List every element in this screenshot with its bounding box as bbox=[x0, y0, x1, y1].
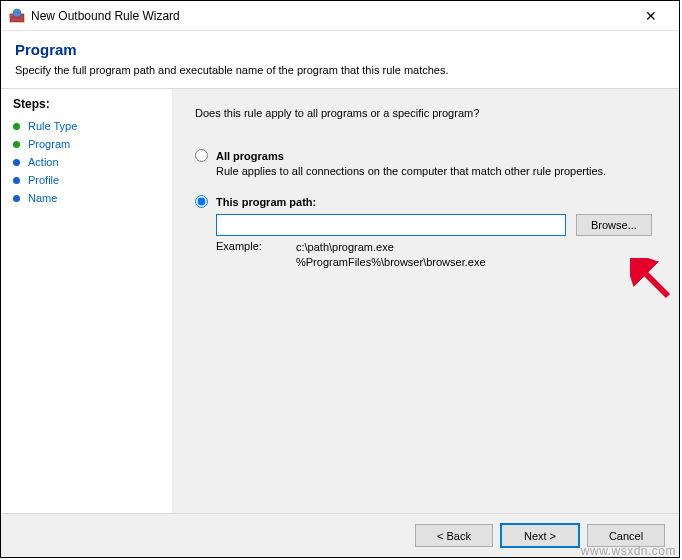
sidebar-item-label: Rule Type bbox=[28, 120, 77, 132]
example-row: Example: c:\path\program.exe %ProgramFil… bbox=[216, 240, 657, 270]
firewall-icon bbox=[9, 8, 25, 24]
sidebar-item-label: Name bbox=[28, 192, 57, 204]
path-row: Browse... bbox=[216, 214, 657, 236]
wizard-window: New Outbound Rule Wizard ✕ Program Speci… bbox=[0, 0, 680, 558]
body: Steps: Rule Type Program Action Profile … bbox=[1, 89, 679, 513]
radio-all-programs-row[interactable]: All programs bbox=[195, 149, 657, 162]
footer: < Back Next > Cancel bbox=[1, 513, 679, 557]
sidebar-item-label: Program bbox=[28, 138, 70, 150]
radio-this-program-path[interactable] bbox=[195, 195, 208, 208]
example-line-1: c:\path\program.exe bbox=[296, 241, 394, 253]
option-label: This program path: bbox=[216, 196, 316, 208]
back-button[interactable]: < Back bbox=[415, 524, 493, 547]
radio-this-path-row[interactable]: This program path: bbox=[195, 195, 657, 208]
bullet-icon bbox=[13, 159, 20, 166]
bullet-icon bbox=[13, 195, 20, 202]
main-panel: Does this rule apply to all programs or … bbox=[173, 89, 679, 513]
option-description: Rule applies to all connections on the c… bbox=[216, 165, 657, 177]
option-label: All programs bbox=[216, 150, 284, 162]
question-text: Does this rule apply to all programs or … bbox=[195, 107, 657, 119]
sidebar: Steps: Rule Type Program Action Profile … bbox=[1, 89, 173, 513]
header: Program Specify the full program path an… bbox=[1, 31, 679, 89]
steps-heading: Steps: bbox=[13, 97, 160, 111]
example-line-2: %ProgramFiles%\browser\browser.exe bbox=[296, 256, 486, 268]
sidebar-item-action[interactable]: Action bbox=[13, 153, 160, 171]
window-title: New Outbound Rule Wizard bbox=[31, 9, 631, 23]
option-this-program-path: This program path: Browse... Example: c:… bbox=[195, 195, 657, 270]
sidebar-item-name[interactable]: Name bbox=[13, 189, 160, 207]
bullet-icon bbox=[13, 141, 20, 148]
next-button[interactable]: Next > bbox=[501, 524, 579, 547]
sidebar-item-label: Profile bbox=[28, 174, 59, 186]
titlebar: New Outbound Rule Wizard ✕ bbox=[1, 1, 679, 31]
sidebar-item-profile[interactable]: Profile bbox=[13, 171, 160, 189]
bullet-icon bbox=[13, 177, 20, 184]
example-lines: c:\path\program.exe %ProgramFiles%\brows… bbox=[296, 240, 486, 270]
page-subtitle: Specify the full program path and execut… bbox=[15, 64, 665, 76]
bullet-icon bbox=[13, 123, 20, 130]
browse-button[interactable]: Browse... bbox=[576, 214, 652, 236]
cancel-button[interactable]: Cancel bbox=[587, 524, 665, 547]
sidebar-item-rule-type[interactable]: Rule Type bbox=[13, 117, 160, 135]
option-all-programs: All programs Rule applies to all connect… bbox=[195, 149, 657, 177]
page-title: Program bbox=[15, 41, 665, 58]
example-label: Example: bbox=[216, 240, 272, 270]
program-path-input[interactable] bbox=[216, 214, 566, 236]
sidebar-item-program[interactable]: Program bbox=[13, 135, 160, 153]
radio-all-programs[interactable] bbox=[195, 149, 208, 162]
close-button[interactable]: ✕ bbox=[631, 2, 671, 30]
sidebar-item-label: Action bbox=[28, 156, 59, 168]
